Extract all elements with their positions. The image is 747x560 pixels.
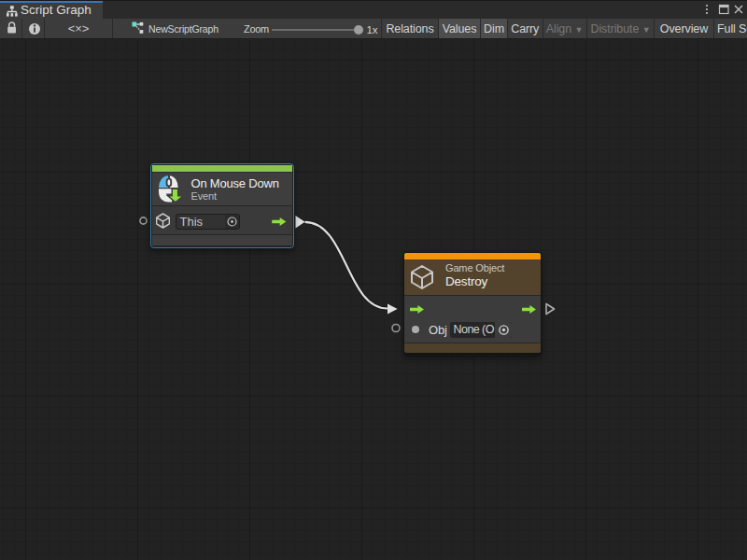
svg-text:NewScriptGraph: NewScriptGraph [148, 23, 218, 35]
svg-text:1x: 1x [367, 24, 378, 35]
svg-text:Zoom: Zoom [244, 23, 269, 35]
